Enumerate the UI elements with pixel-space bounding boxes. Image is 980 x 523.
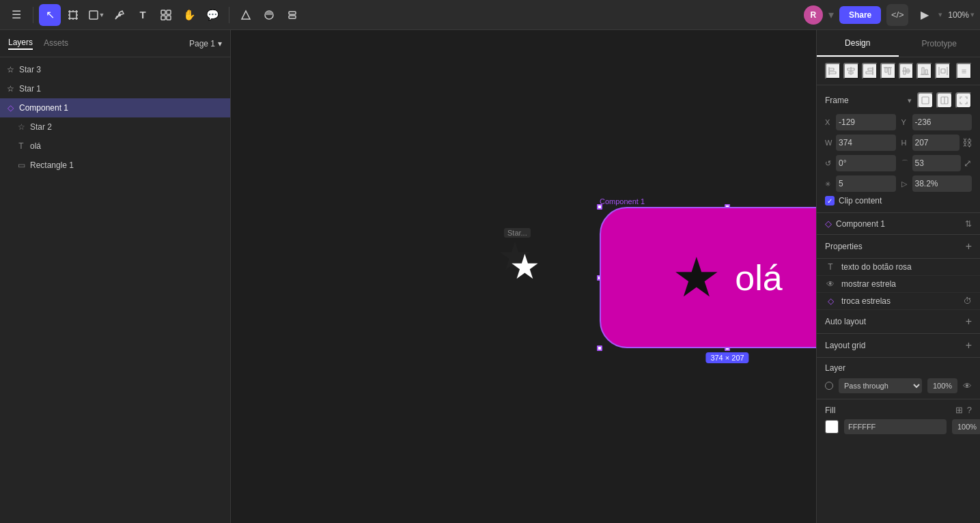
rect1-icon: ▭ [16, 160, 26, 170]
auto-layout-button[interactable] [235, 4, 257, 26]
x-input[interactable] [836, 114, 896, 130]
fill-title: Fill [825, 406, 955, 415]
xy-row: X Y [825, 114, 972, 130]
more-align-button[interactable]: ≡ [956, 63, 972, 79]
rect1-label: Rectangle 1 [30, 160, 225, 170]
fill-hex-input[interactable] [844, 419, 947, 434]
h-input[interactable] [912, 135, 960, 151]
layer-item-star1[interactable]: ☆ Star 1 [0, 79, 230, 98]
corner-input[interactable] [912, 155, 962, 171]
pen-tool-button[interactable] [109, 4, 130, 26]
share-button[interactable]: Share [839, 6, 881, 24]
tab-prototype[interactable]: Prototype [899, 30, 981, 57]
frame-header: Frame ▾ [825, 92, 972, 109]
frame-clip-button[interactable] [936, 92, 953, 109]
align-right-button[interactable] [862, 63, 878, 79]
svg-rect-15 [161, 10, 165, 14]
select-tool-button[interactable]: ↖ [39, 4, 61, 26]
prop-item-text: T texto do botão rosa [817, 259, 980, 276]
align-center-h-button[interactable] [899, 63, 914, 79]
align-bottom-button[interactable] [916, 63, 932, 79]
play-button[interactable]: ▶ [914, 4, 936, 26]
tab-assets[interactable]: Assets [44, 38, 68, 49]
hand-tool-button[interactable]: ✋ [178, 4, 200, 26]
lock-ratio-icon[interactable]: ⛓ [962, 137, 972, 148]
frame-fit-button[interactable] [917, 92, 934, 109]
tab-layers[interactable]: Layers [8, 38, 33, 50]
rotation-input[interactable] [836, 155, 896, 171]
toolbar-left-tools: ☰ ↖ ▼ T [5, 4, 303, 26]
component-text: olá [735, 257, 782, 298]
code-button[interactable]: </> [886, 4, 908, 26]
layer-item-star3[interactable]: ☆ Star 3 [0, 60, 230, 79]
fill-color-swatch[interactable] [825, 420, 839, 434]
y-input[interactable] [912, 114, 972, 130]
layout-grid-header[interactable]: Layout grid + [817, 334, 980, 358]
style-button[interactable] [258, 4, 280, 26]
fill-grid-icon[interactable]: ⊞ [955, 405, 963, 415]
star-input[interactable] [836, 175, 896, 192]
prop-swap-action-icon[interactable]: ⏱ [964, 296, 972, 306]
toolbar-separator-2 [229, 7, 229, 23]
opacity-field: ▷ [901, 175, 972, 192]
frame-expand-button[interactable] [955, 92, 972, 109]
layer-item-rect1[interactable]: ▭ Rectangle 1 [0, 156, 230, 175]
layout-grid-add-icon[interactable]: + [966, 339, 972, 352]
layer-section-title: Layer [825, 363, 972, 373]
layers-button[interactable] [281, 4, 303, 26]
component-frame[interactable]: ★ olá [600, 207, 816, 348]
auto-layout-header[interactable]: Auto layout + [817, 310, 980, 334]
properties-section-header[interactable]: Properties + [817, 235, 980, 259]
align-left-button[interactable] [825, 63, 841, 79]
layer-item-ola[interactable]: T olá [0, 137, 230, 156]
component-size-label: 374 × 207 [705, 352, 748, 363]
layer-item-star2[interactable]: ☆ Star 2 [0, 117, 230, 137]
clip-content-checkbox[interactable]: ✓ [825, 196, 835, 206]
svg-rect-33 [885, 68, 887, 72]
component-tool-button[interactable] [155, 4, 177, 26]
component-edit-icon[interactable]: ⇅ [965, 219, 972, 229]
menu-button[interactable]: ☰ [5, 4, 27, 26]
zoom-value[interactable]: 100% [948, 10, 969, 20]
opacity-input[interactable] [912, 175, 972, 192]
corner-icon: ⌒ [901, 158, 910, 168]
fill-help-icon[interactable]: ? [967, 405, 972, 415]
wh-row: W H ⛓ [825, 135, 972, 151]
svg-rect-39 [922, 68, 924, 74]
clip-content-label: Clip content [839, 196, 882, 206]
fill-opacity-input[interactable] [952, 419, 980, 434]
align-top-button[interactable] [880, 63, 896, 79]
corner-expand-icon[interactable]: ⤢ [964, 158, 972, 169]
properties-add-icon[interactable]: + [966, 240, 972, 253]
component-wrapper[interactable]: Component 1 ★ olá 374 × 207 [600, 197, 816, 348]
component-star-icon: ★ [672, 246, 721, 309]
svg-rect-44 [922, 97, 929, 104]
star1-icon: ☆ [5, 84, 15, 94]
clip-row: ✓ Clip content [825, 196, 972, 206]
page-selector[interactable]: Page 1 ▾ [189, 39, 222, 48]
fill-header: Fill ⊞ ? [825, 405, 972, 415]
handle-tl[interactable] [597, 204, 602, 210]
layer-visibility-icon[interactable]: 👁 [963, 381, 972, 391]
svg-rect-25 [829, 72, 836, 74]
comment-tool-button[interactable]: 💬 [201, 4, 223, 26]
canvas-star-white: ★ [509, 250, 540, 284]
layer-section: Layer Pass through 👁 [817, 358, 980, 399]
shape-tool-button[interactable]: ▼ [85, 4, 107, 26]
user-avatar[interactable]: R [804, 5, 823, 25]
canvas[interactable]: Star... ★ ★ Component 1 [231, 30, 816, 523]
layer-item-component1[interactable]: ◇ Component 1 [0, 98, 230, 117]
w-input[interactable] [836, 135, 896, 151]
auto-layout-add-icon[interactable]: + [966, 315, 972, 328]
blend-circle-icon [825, 382, 833, 390]
tab-design[interactable]: Design [817, 30, 899, 57]
handle-bl[interactable] [597, 345, 602, 351]
frame-tool-button[interactable] [62, 4, 84, 26]
svg-rect-13 [89, 11, 98, 19]
layer-opacity-input[interactable] [927, 378, 957, 393]
blend-mode-select[interactable]: Pass through [839, 378, 922, 393]
distribute-h-button[interactable] [935, 63, 951, 79]
text-tool-button[interactable]: T [132, 4, 154, 26]
avatar-chevron-icon: ▾ [828, 8, 834, 21]
align-center-v-button[interactable] [843, 63, 859, 79]
